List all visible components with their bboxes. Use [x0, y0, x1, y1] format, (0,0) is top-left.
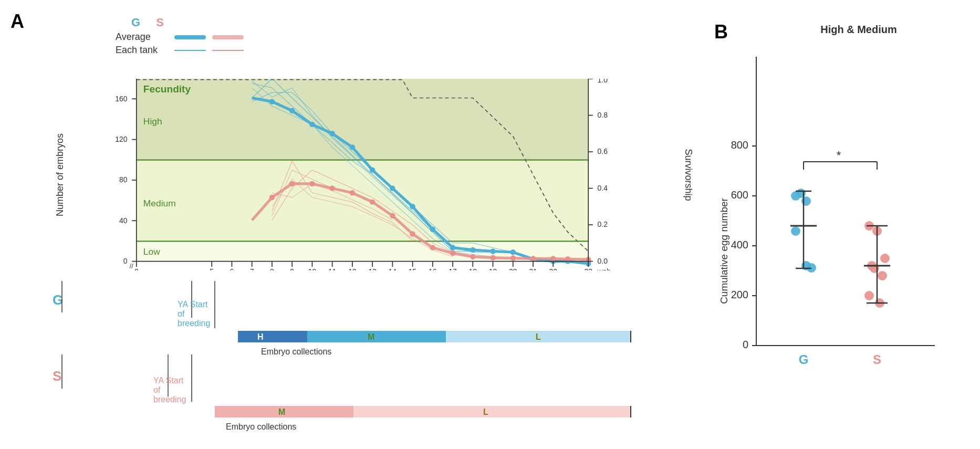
- svg-text:G: G: [799, 352, 809, 367]
- svg-point-21: [510, 249, 516, 255]
- svg-point-157: [801, 196, 811, 206]
- svg-text:0.2: 0.2: [598, 220, 608, 228]
- svg-point-20: [490, 248, 495, 254]
- svg-point-14: [370, 168, 375, 173]
- svg-text:6: 6: [230, 267, 234, 270]
- svg-text:S: S: [873, 352, 881, 367]
- svg-text:breeding: breeding: [153, 395, 186, 404]
- legend-average-text: Average: [116, 32, 168, 43]
- svg-point-39: [530, 256, 536, 261]
- svg-point-169: [864, 291, 874, 300]
- svg-point-26: [269, 195, 275, 200]
- svg-point-33: [410, 231, 415, 236]
- svg-text:13: 13: [368, 267, 377, 270]
- dot-plot-svg: 0 200 400 600 800 Cumulative egg number: [714, 41, 966, 398]
- svg-point-10: [289, 108, 295, 113]
- svg-point-17: [430, 227, 435, 232]
- svg-point-15: [390, 185, 395, 191]
- svg-text:L: L: [483, 408, 488, 416]
- svg-rect-117: [238, 331, 307, 342]
- svg-point-36: [470, 254, 475, 259]
- svg-point-158: [791, 226, 800, 236]
- legend-tank-blue-line: [174, 50, 206, 51]
- svg-text:wph: wph: [597, 267, 611, 270]
- panel-a-label: A: [11, 11, 24, 33]
- svg-rect-0: [137, 79, 588, 160]
- svg-rect-1: [137, 160, 588, 242]
- svg-text:Low: Low: [143, 246, 160, 257]
- legend-average-pink-line: [212, 35, 244, 39]
- svg-text:120: 120: [115, 135, 127, 143]
- svg-text:200: 200: [731, 289, 748, 300]
- svg-rect-119: [307, 331, 446, 342]
- svg-text:40: 40: [119, 216, 128, 225]
- svg-text:19: 19: [489, 267, 497, 270]
- svg-text:5: 5: [210, 267, 214, 270]
- svg-text:High: High: [143, 116, 162, 127]
- svg-text:600: 600: [731, 189, 748, 201]
- svg-text:14: 14: [389, 267, 397, 270]
- timeline-svg: G YA Start of breeding H M L: [53, 281, 651, 438]
- svg-text:Medium: Medium: [143, 198, 176, 208]
- svg-text:17: 17: [449, 267, 457, 270]
- svg-point-27: [289, 181, 295, 186]
- svg-point-168: [878, 271, 887, 280]
- svg-point-11: [309, 122, 315, 127]
- svg-text:M: M: [278, 408, 285, 416]
- svg-text:16: 16: [429, 267, 437, 270]
- svg-text:7: 7: [250, 267, 254, 270]
- main-chart-svg: Fecundity High Medium Low: [53, 79, 672, 270]
- svg-text:0: 0: [743, 339, 748, 350]
- svg-point-37: [490, 255, 495, 260]
- svg-point-19: [470, 247, 475, 253]
- svg-text:0: 0: [123, 257, 128, 265]
- legend-each-tank-text: Each tank: [116, 45, 168, 56]
- svg-text:20: 20: [509, 267, 517, 270]
- svg-point-13: [350, 144, 355, 150]
- svg-point-12: [329, 131, 335, 136]
- legend-s-label: S: [156, 16, 164, 29]
- svg-text:12: 12: [348, 267, 357, 270]
- svg-text:H: H: [257, 332, 264, 341]
- svg-point-18: [450, 245, 455, 250]
- y-axis-left-label: Number of embryos: [55, 133, 66, 216]
- svg-point-172: [880, 254, 890, 263]
- legend: G S Average Each tank: [116, 16, 244, 56]
- panel-b-title: High & Medium: [741, 24, 977, 36]
- svg-text:*: *: [837, 149, 841, 162]
- y-axis-right-label: Survivorship: [683, 149, 694, 201]
- svg-point-9: [269, 99, 275, 104]
- svg-point-31: [370, 199, 375, 204]
- timeline-area: G YA Start of breeding H M L: [53, 281, 672, 438]
- svg-point-35: [450, 250, 455, 256]
- svg-text:0.4: 0.4: [598, 184, 608, 192]
- svg-text:400: 400: [731, 239, 748, 250]
- svg-text:11: 11: [328, 267, 337, 270]
- panel-b-label: B: [714, 21, 728, 43]
- svg-point-32: [390, 213, 395, 218]
- svg-text:Embryo collections: Embryo collections: [261, 347, 331, 356]
- svg-text:0.0: 0.0: [598, 257, 608, 265]
- panel-b: B High & Medium 0 200 400: [714, 21, 977, 428]
- svg-text:YA Start: YA Start: [178, 300, 208, 309]
- svg-text:80: 80: [119, 175, 128, 184]
- svg-text:10: 10: [308, 267, 317, 270]
- chart-area: Number of embryos Survivorship Fecundity…: [53, 79, 672, 270]
- svg-point-16: [410, 204, 415, 209]
- svg-text:800: 800: [731, 139, 748, 151]
- svg-text:YA Start: YA Start: [153, 376, 184, 385]
- svg-text:8: 8: [270, 267, 274, 270]
- svg-text:9: 9: [290, 267, 294, 270]
- svg-text:18: 18: [469, 267, 477, 270]
- svg-point-30: [350, 190, 355, 195]
- svg-text:0.8: 0.8: [598, 111, 608, 119]
- svg-text:M: M: [368, 332, 374, 341]
- svg-text://: //: [130, 263, 133, 270]
- svg-text:0: 0: [134, 267, 139, 270]
- legend-tank-pink-line: [212, 50, 244, 51]
- svg-point-28: [309, 181, 315, 186]
- svg-text:L: L: [536, 332, 541, 341]
- svg-text:S: S: [53, 368, 61, 384]
- svg-text:23: 23: [584, 267, 592, 270]
- svg-text:1.0: 1.0: [598, 79, 608, 84]
